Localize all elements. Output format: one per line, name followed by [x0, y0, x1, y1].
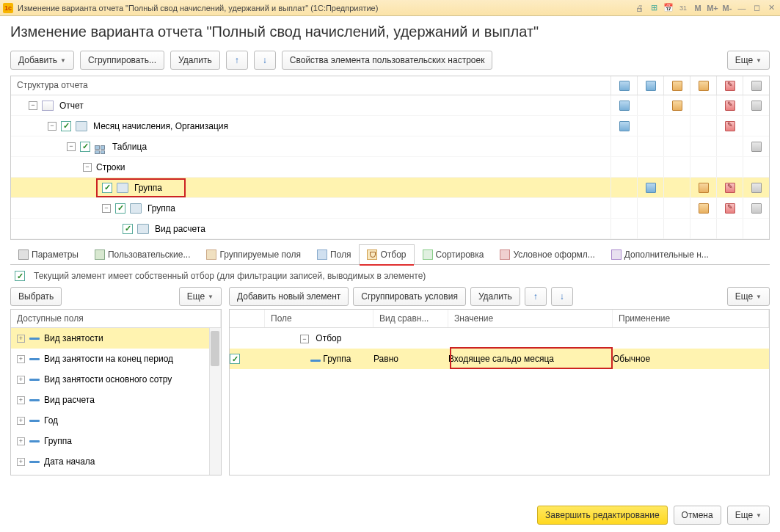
group-icon	[130, 203, 142, 214]
expand-icon[interactable]: +	[17, 417, 25, 425]
filter-note-checkbox[interactable]: ✓	[15, 271, 25, 281]
list-item[interactable]: +Вид занятости	[11, 328, 221, 349]
tab-filter[interactable]: Отбор	[359, 244, 414, 264]
cell-icon[interactable]	[751, 142, 762, 152]
cell-icon[interactable]	[619, 101, 630, 111]
expander-icon[interactable]: −	[83, 163, 92, 172]
move-down-condition[interactable]	[551, 287, 573, 306]
tab-cond[interactable]: Условное оформл...	[492, 244, 602, 264]
field-icon	[310, 360, 321, 362]
cell-icon[interactable]	[725, 101, 735, 111]
col-icon-2[interactable]	[646, 81, 656, 91]
delete-condition-button[interactable]: Удалить	[470, 287, 520, 306]
minimize-icon[interactable]: —	[736, 2, 748, 14]
left-more-button[interactable]: Еще▼	[179, 287, 222, 306]
tab-group[interactable]: Группируемые поля	[198, 244, 308, 264]
checkbox[interactable]: ✓	[123, 224, 133, 234]
expander-icon[interactable]: −	[67, 142, 76, 151]
calendar-icon[interactable]: 📅	[663, 2, 674, 14]
cal31-icon[interactable]: 31	[677, 2, 689, 14]
more-button[interactable]: Еще▼	[727, 51, 770, 70]
condition-checkbox[interactable]: ✓	[230, 354, 240, 364]
expand-icon[interactable]: +	[17, 376, 25, 384]
list-item[interactable]: +Вид занятости основного сотру	[11, 369, 221, 390]
select-button[interactable]: Выбрать	[10, 287, 62, 306]
mplus-button[interactable]: M+	[707, 2, 718, 14]
cell-icon[interactable]	[725, 121, 735, 131]
tab-user[interactable]: Пользовательские...	[87, 244, 199, 264]
close-icon[interactable]: ✕	[765, 2, 777, 14]
expand-icon[interactable]: +	[17, 437, 25, 445]
cell-icon[interactable]	[699, 203, 709, 214]
cell-icon[interactable]	[646, 183, 656, 193]
tab-params[interactable]: Параметры	[10, 244, 87, 264]
list-item[interactable]: +Год	[11, 410, 221, 431]
expander-icon[interactable]: −	[300, 335, 309, 343]
cell-icon[interactable]	[751, 101, 762, 111]
expand-icon[interactable]: +	[17, 355, 25, 363]
finish-editing-button[interactable]: Завершить редактирование	[537, 506, 668, 525]
group-button[interactable]: Сгруппировать...	[80, 51, 164, 70]
col-icon-6[interactable]	[751, 81, 762, 91]
move-up-button[interactable]	[226, 51, 248, 70]
move-up-condition[interactable]	[525, 287, 547, 306]
col-icon-5[interactable]	[725, 81, 735, 91]
col-field: Поле	[265, 310, 373, 327]
mminus-button[interactable]: M-	[721, 2, 733, 14]
tree-row-rows[interactable]: − Строки	[11, 157, 769, 178]
cell-icon[interactable]	[751, 183, 762, 193]
tab-sort[interactable]: Сортировка	[415, 244, 492, 264]
maximize-icon[interactable]: ◻	[751, 2, 762, 14]
tab-extra[interactable]: Дополнительные н...	[603, 244, 717, 264]
list-item[interactable]: +Группа	[11, 431, 221, 451]
move-down-button[interactable]	[254, 51, 276, 70]
scrollbar[interactable]	[209, 328, 221, 475]
expander-icon[interactable]: −	[29, 101, 37, 110]
tree-row-calc-type[interactable]: ✓ Вид расчета	[11, 219, 769, 239]
tree-row-group-selected[interactable]: ✓ Группа	[11, 178, 769, 198]
list-item[interactable]: +Вид занятости на конец период	[11, 349, 221, 369]
main-toolbar: Добавить▼ Сгруппировать... Удалить Свойс…	[10, 51, 770, 70]
checkbox[interactable]: ✓	[61, 121, 71, 131]
filter-group-label: Отбор	[316, 333, 341, 343]
element-props-button[interactable]: Свойства элемента пользовательских настр…	[282, 51, 493, 70]
expand-icon[interactable]: +	[17, 458, 25, 466]
filter-group-row[interactable]: − Отбор	[230, 328, 769, 349]
tree-row-report[interactable]: − Отчет	[11, 95, 769, 116]
calc-icon[interactable]: ⊞	[648, 2, 660, 14]
col-icon-3[interactable]	[672, 81, 682, 91]
cell-icon[interactable]	[699, 183, 709, 193]
col-icon-4[interactable]	[699, 81, 709, 91]
list-item[interactable]: +Дата начала	[11, 451, 221, 472]
tree-row-table[interactable]: − ✓ Таблица	[11, 136, 769, 157]
cell-icon[interactable]	[725, 203, 735, 214]
footer-more-button[interactable]: Еще▼	[727, 506, 770, 525]
tree-row-month-org[interactable]: − ✓ Месяц начисления, Организация	[11, 116, 769, 136]
expander-icon[interactable]: −	[102, 204, 111, 213]
col-icon-1[interactable]	[619, 81, 630, 91]
add-element-button[interactable]: Добавить новый элемент	[229, 287, 349, 306]
tree-row-group2[interactable]: − ✓ Группа	[11, 198, 769, 219]
cell-icon[interactable]	[751, 203, 762, 214]
expand-icon[interactable]: +	[17, 335, 25, 343]
checkbox[interactable]: ✓	[115, 203, 125, 214]
filter-condition-row[interactable]: ✓ Группа Равно Входящее сальдо месяца Об…	[230, 349, 769, 369]
expand-icon[interactable]: +	[17, 396, 25, 404]
cell-icon[interactable]	[672, 101, 682, 111]
window-sysicons: 🖨 ⊞ 📅 31 M M+ M- — ◻ ✕	[633, 2, 777, 14]
delete-button[interactable]: Удалить	[170, 51, 220, 70]
checkbox[interactable]: ✓	[80, 142, 90, 152]
tab-fields[interactable]: Поля	[309, 244, 360, 264]
expander-icon[interactable]: −	[48, 122, 57, 131]
cell-icon[interactable]	[725, 183, 735, 193]
m-button[interactable]: M	[692, 2, 704, 14]
checkbox[interactable]: ✓	[102, 183, 112, 193]
cell-icon[interactable]	[619, 121, 630, 131]
add-button[interactable]: Добавить▼	[10, 51, 74, 70]
group-conditions-button[interactable]: Сгруппировать условия	[353, 287, 466, 306]
list-item[interactable]: +Вид расчета	[11, 390, 221, 410]
window-title: Изменение варианта отчета "Полный свод н…	[18, 4, 633, 12]
print-icon[interactable]: 🖨	[633, 2, 645, 14]
cancel-button[interactable]: Отмена	[674, 506, 721, 525]
right-more-button[interactable]: Еще▼	[727, 287, 770, 306]
